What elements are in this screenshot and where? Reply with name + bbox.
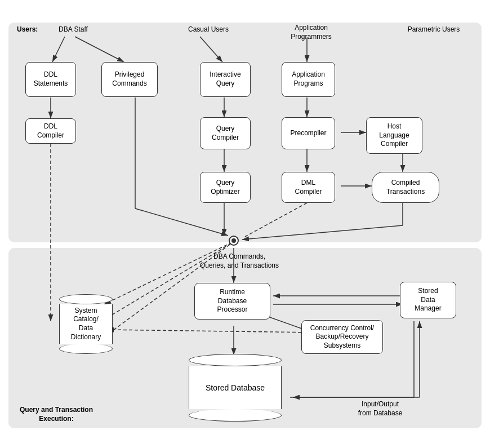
privileged-commands-box: PrivilegedCommands [101, 62, 158, 97]
parametric-users-label: Parametric Users [403, 25, 465, 34]
query-compiler-box: QueryCompiler [200, 117, 251, 149]
dba-commands-label: DBA Commands,Queries, and Transactions [189, 252, 290, 270]
diagram-container: Users: DBA Staff Casual Users Applicatio… [8, 6, 482, 434]
dba-staff-label: DBA Staff [51, 25, 96, 34]
concurrency-control-box: Concurrency Control/Backup/RecoverySubsy… [301, 320, 383, 354]
app-programmers-label: ApplicationProgrammers [284, 24, 338, 41]
query-execution-label: Query and TransactionExecution: [17, 406, 96, 423]
host-language-compiler-box: HostLanguageCompiler [366, 117, 422, 154]
input-output-label: Input/Outputfrom Database [341, 400, 420, 418]
interactive-query-box: InteractiveQuery [200, 62, 251, 97]
query-optimizer-box: QueryOptimizer [200, 172, 251, 203]
ddl-statements-box: DDLStatements [25, 62, 76, 97]
application-programs-box: ApplicationPrograms [282, 62, 335, 97]
stored-data-manager-box: StoredDataManager [400, 282, 456, 318]
system-catalog-cylinder: SystemCatalog/DataDictionary [59, 293, 113, 355]
ddl-compiler-box: DDLCompiler [25, 118, 76, 144]
runtime-db-processor-box: RuntimeDatabaseProcessor [194, 283, 270, 320]
convergence-node [229, 236, 239, 246]
users-label: Users: [17, 25, 38, 34]
precompiler-box: Precompiler [282, 117, 335, 149]
dml-compiler-box: DMLCompiler [282, 172, 335, 203]
stored-database-cylinder: Stored Database [189, 354, 282, 422]
compiled-transactions-box: CompiledTransactions [372, 172, 439, 203]
casual-users-label: Casual Users [183, 25, 234, 34]
